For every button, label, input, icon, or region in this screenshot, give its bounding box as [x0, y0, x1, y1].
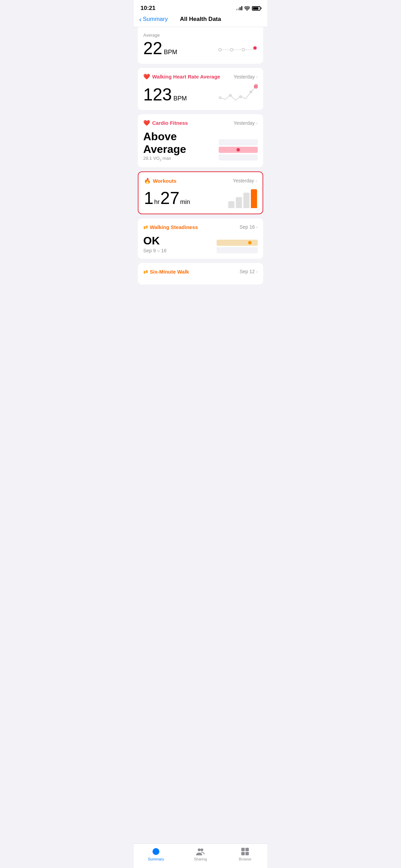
arrows-icon-smw: ⇄ — [143, 268, 148, 275]
svg-point-0 — [219, 48, 221, 51]
ws-range-bar — [217, 240, 258, 253]
status-time: 10:21 — [141, 5, 155, 12]
nav-bar: ‹ Summary All Health Data — [134, 14, 267, 27]
cf-date: Yesterday › — [234, 120, 258, 126]
battery-icon — [252, 6, 260, 11]
flame-icon: 🔥 — [144, 178, 151, 184]
svg-point-12 — [255, 86, 257, 87]
workouts-card[interactable]: 🔥 Workouts Yesterday › 1 hr 27 min — [138, 171, 263, 214]
svg-point-6 — [253, 46, 257, 50]
scroll-content: Average 22 BPM — [134, 27, 267, 323]
workouts-value: 1 hr 27 min — [144, 188, 190, 208]
cf-card-title: ❤️ Cardio Fitness — [143, 120, 188, 126]
rhr-chart — [217, 38, 258, 58]
cf-title-text: Cardio Fitness — [152, 120, 188, 126]
ws-card-title: ⇄ Walking Steadiness — [143, 224, 198, 230]
six-minute-walk-card[interactable]: ⇄ Six-Minute Walk Sep 12 › — [138, 263, 263, 285]
back-button[interactable]: ‹ Summary — [139, 16, 168, 23]
page-title: All Health Data — [180, 16, 221, 23]
whr-chevron: › — [256, 74, 258, 80]
cf-chevron: › — [256, 120, 258, 126]
walking-steadiness-card[interactable]: ⇄ Walking Steadiness Sep 16 › OK Sep 9 –… — [138, 218, 263, 259]
smw-chevron: › — [256, 269, 258, 274]
cf-sub: 28.1 VO2 max — [143, 156, 219, 162]
cf-value: Above Average — [143, 130, 219, 156]
svg-point-2 — [230, 48, 233, 51]
workouts-date: Yesterday › — [233, 178, 257, 183]
heart-icon-cf: ❤️ — [143, 120, 150, 126]
rhr-label: Average — [143, 33, 177, 38]
ws-value: OK — [143, 234, 167, 247]
workouts-card-title: 🔥 Workouts — [144, 178, 177, 184]
whr-value: 123 BPM — [143, 85, 187, 105]
whr-card-title: ❤️ Walking Heart Rate Average — [143, 73, 220, 80]
svg-point-4 — [242, 48, 245, 51]
wifi-icon — [244, 6, 250, 11]
smw-date: Sep 12 › — [240, 269, 258, 274]
whr-title-text: Walking Heart Rate Average — [152, 74, 220, 80]
ws-chevron: › — [256, 224, 258, 230]
ws-title-text: Walking Steadiness — [150, 224, 198, 230]
whr-chart — [217, 84, 258, 105]
rhr-value: 22 BPM — [143, 38, 177, 58]
resting-heart-rate-card[interactable]: Average 22 BPM — [138, 27, 263, 64]
workouts-bar-chart — [228, 189, 257, 208]
smw-title-text: Six-Minute Walk — [150, 269, 189, 275]
walking-heart-rate-card[interactable]: ❤️ Walking Heart Rate Average Yesterday … — [138, 68, 263, 110]
ws-date: Sep 16 › — [240, 224, 258, 230]
status-bar: 10:21 — [134, 0, 267, 14]
workouts-chevron: › — [255, 178, 257, 183]
cf-range-bar — [219, 139, 258, 162]
workouts-title-text: Workouts — [153, 178, 177, 184]
cardio-fitness-card[interactable]: ❤️ Cardio Fitness Yesterday › Above Aver… — [138, 114, 263, 167]
arrows-icon-ws: ⇄ — [143, 224, 148, 230]
ws-sub: Sep 9 – 16 — [143, 248, 167, 253]
signal-icon — [236, 6, 242, 10]
heart-icon-red: ❤️ — [143, 73, 150, 80]
chevron-left-icon: ‹ — [139, 16, 142, 23]
smw-card-title: ⇄ Six-Minute Walk — [143, 268, 189, 275]
status-icons — [236, 6, 260, 11]
whr-date: Yesterday › — [234, 74, 258, 80]
back-label: Summary — [143, 16, 168, 23]
